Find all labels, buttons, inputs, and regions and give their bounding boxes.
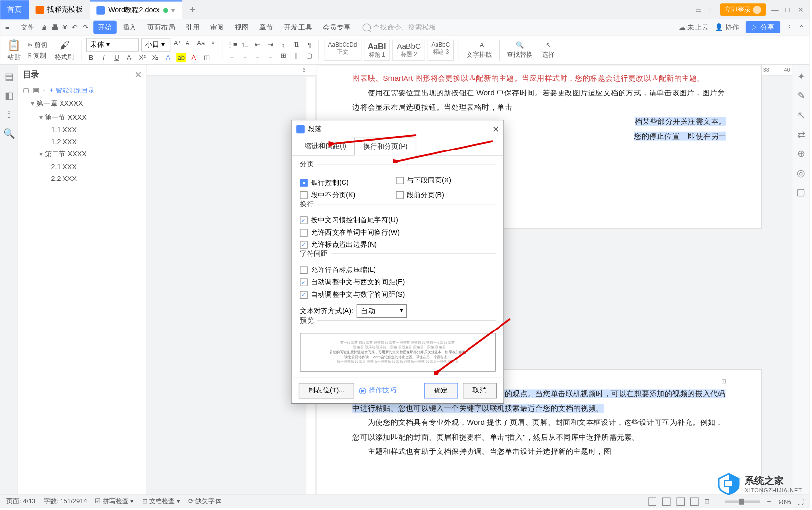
fullscreen-icon[interactable]: ⛶ — [797, 498, 804, 505]
login-button[interactable]: 立即登录 — [720, 3, 766, 16]
chk-latin-wrap[interactable]: 允许西文在单词中间换行(W) — [300, 227, 495, 239]
search-tool-icon[interactable]: 🔍 — [3, 128, 15, 140]
align-right-icon[interactable]: ≡ — [253, 51, 262, 60]
view-read-icon[interactable] — [690, 497, 698, 506]
status-missfont[interactable]: ⟳ 缺失字体 — [188, 497, 221, 506]
status-doccheck[interactable]: ⊡ 文档检查 ▾ — [142, 497, 180, 506]
style-h1[interactable]: AaBl标题 1 — [363, 39, 390, 60]
status-page[interactable]: 页面: 4/13 — [6, 497, 35, 506]
view-page-icon[interactable] — [648, 497, 656, 506]
style-normal[interactable]: AaBbCcDd正文 — [324, 39, 361, 60]
nav-tool-icon[interactable]: ◧ — [5, 90, 14, 101]
clear-fmt-icon[interactable]: ✧ — [208, 38, 218, 47]
menu-reference[interactable]: 引用 — [181, 21, 205, 34]
menu-insert[interactable]: 插入 — [118, 21, 141, 34]
menu-review[interactable]: 审阅 — [206, 21, 229, 34]
apps-icon[interactable]: ▦ — [708, 5, 716, 14]
align-justify-icon[interactable]: ≡ — [266, 51, 275, 60]
rb-panel-icon[interactable]: ▢ — [796, 187, 805, 198]
more-icon[interactable]: ⋮ — [786, 23, 793, 31]
align-left-icon[interactable]: ≡ — [227, 51, 237, 60]
chk-auto-cjk-number[interactable]: 自动调整中文与数字的间距(S) — [300, 289, 495, 301]
bold-icon[interactable]: B — [86, 53, 95, 62]
copy-button[interactable]: ⎘ 复制 — [28, 51, 48, 60]
rb-pen-icon[interactable]: ✎ — [797, 90, 805, 101]
text-effect-icon[interactable]: A — [163, 53, 173, 62]
underline-icon[interactable]: U — [112, 53, 121, 62]
tab-document[interactable]: Word教程2.docx ▾ — [90, 0, 182, 19]
undo-icon[interactable]: ↶ — [72, 23, 81, 32]
showmarks-icon[interactable]: ¶ — [305, 40, 314, 50]
align-center-icon[interactable]: ≡ — [240, 51, 250, 60]
zoom-value[interactable]: 90% — [778, 498, 791, 505]
chk-compress-punct[interactable]: 允许行首标点压缩(L) — [300, 264, 495, 276]
italic-icon[interactable]: I — [99, 53, 108, 62]
menu-devtools[interactable]: 开发工具 — [280, 21, 317, 34]
rb-target-icon[interactable]: ◎ — [797, 167, 805, 179]
tabstop-button[interactable]: 制表位(T)... — [299, 383, 354, 398]
strike-icon[interactable]: A̶ — [125, 53, 134, 62]
textlayout-button[interactable]: ≣A文字排版 — [464, 41, 495, 59]
chk-keep-with-next[interactable]: 与下段同页(X) — [396, 175, 490, 187]
share-button[interactable]: ▷ 分享 — [745, 21, 780, 33]
outdent-icon[interactable]: ⇤ — [253, 40, 262, 50]
rb-link-icon[interactable]: ⊕ — [797, 148, 805, 159]
chk-auto-cjk-latin[interactable]: 自动调整中文与西文的间距(E) — [300, 276, 495, 289]
smart-outline-button[interactable]: ✦ 智能识别目录 — [49, 86, 94, 95]
shrink-font-icon[interactable]: A⁻ — [185, 38, 194, 47]
tips-link[interactable]: ▶操作技巧 — [359, 386, 397, 395]
bookmark-tool-icon[interactable]: ⟟ — [7, 110, 11, 120]
chk-widow-control[interactable]: 孤行控制(C) — [300, 177, 394, 189]
cloud-status[interactable]: ☁ 未上云 — [679, 22, 709, 32]
tree-item-1-2[interactable]: 1.2 XXX — [23, 136, 142, 148]
outline-close-icon[interactable]: ✕ — [135, 70, 142, 80]
status-words[interactable]: 字数: 151/2914 — [44, 497, 87, 506]
tab-dropdown-icon[interactable]: ▾ — [171, 6, 175, 14]
change-case-icon[interactable]: Aa — [196, 38, 206, 47]
rb-settings-icon[interactable]: ⇄ — [797, 129, 805, 140]
tree-item-1-1[interactable]: 1.1 XXX — [23, 124, 142, 136]
tree-item-2-1[interactable]: 2.1 XXX — [23, 161, 142, 173]
grow-font-icon[interactable]: A⁺ — [173, 38, 182, 47]
layout-icon[interactable]: ▭ — [694, 5, 703, 14]
tab-home[interactable]: 首页 — [0, 0, 29, 19]
menu-section[interactable]: 章节 — [255, 21, 279, 34]
cut-button[interactable]: ✂ 剪切 — [28, 41, 48, 50]
preview-icon[interactable]: 👁 — [62, 23, 71, 32]
menu-start[interactable]: 开始 — [93, 21, 117, 34]
cancel-button[interactable]: 取消 — [463, 383, 497, 398]
text-align-select[interactable]: 自动▾ — [357, 304, 407, 318]
dialog-close-button[interactable]: ✕ — [492, 124, 499, 134]
highlight-icon[interactable]: ab — [176, 53, 186, 62]
coop-button[interactable]: 👤 协作 — [715, 22, 739, 32]
fmtpaint-button[interactable]: 🖌 格式刷 — [52, 39, 76, 61]
command-search[interactable]: 查找命令、搜索模板 — [363, 22, 437, 32]
menu-icon[interactable]: ≡ — [5, 23, 15, 32]
save-icon[interactable]: 🗎 — [40, 23, 50, 32]
maximize-button[interactable]: □ — [783, 5, 792, 14]
numbering-icon[interactable]: 1≡ — [240, 40, 250, 50]
menu-layout[interactable]: 页面布局 — [142, 21, 180, 34]
tree-section-1-2[interactable]: 第二节 XXXX — [23, 148, 142, 161]
chk-cjk-linebreak[interactable]: 按中文习惯控制首尾字符(U) — [300, 214, 495, 227]
view-outline-icon[interactable] — [662, 497, 670, 506]
chk-page-break-before[interactable]: 段前分页(B) — [396, 189, 490, 201]
tree-section-1-1[interactable]: 第一节 XXXX — [23, 111, 142, 124]
bullets-icon[interactable]: ⋮≡ — [227, 40, 237, 50]
outline-expand-icon[interactable]: ▢ — [23, 86, 29, 95]
findreplace-button[interactable]: 🔍查找替换 — [504, 41, 535, 59]
zoom-out-icon[interactable]: − — [716, 498, 719, 505]
redo-icon[interactable]: ↷ — [83, 23, 92, 32]
paste-group[interactable]: 📋 粘贴 — [5, 39, 23, 61]
tree-item-2-2[interactable]: 2.2 XXX — [23, 173, 142, 184]
style-h2[interactable]: AaBbC标题 2 — [393, 39, 425, 60]
collapse-icon[interactable]: ⌃ — [799, 23, 805, 31]
dialog-tab-indent[interactable]: 缩进和间距(I) — [296, 138, 354, 155]
sort-icon[interactable]: ⇅ — [292, 40, 301, 50]
new-tab-button[interactable]: ＋ — [182, 3, 203, 16]
style-h3[interactable]: AaBbC标题 3 — [427, 39, 454, 60]
view-web-icon[interactable] — [676, 497, 685, 506]
minimize-button[interactable]: — — [771, 5, 779, 14]
outline-refresh-icon[interactable]: ▫ — [43, 86, 45, 95]
status-spell[interactable]: ☑ 拼写检查 ▾ — [95, 497, 134, 506]
